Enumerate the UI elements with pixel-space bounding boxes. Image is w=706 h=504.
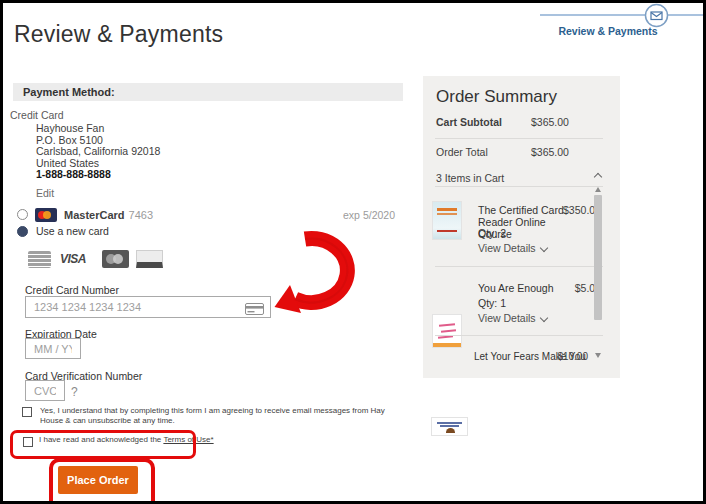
new-card-label: Use a new card bbox=[36, 225, 109, 237]
cart-subtotal-label: Cart Subtotal bbox=[436, 116, 502, 128]
amex-card-icon bbox=[28, 251, 51, 268]
visa-card-icon: VISA bbox=[58, 251, 88, 268]
payment-method-name: Credit Card bbox=[10, 109, 64, 121]
cvv-input[interactable] bbox=[25, 380, 65, 401]
terms-checkbox[interactable] bbox=[23, 437, 33, 447]
scrollbar-up-arrow[interactable] bbox=[595, 187, 601, 192]
expiration-input[interactable] bbox=[25, 338, 81, 359]
chevron-down-icon bbox=[539, 314, 547, 322]
cc-number-label: Credit Card Number bbox=[25, 284, 119, 296]
address-name: Hayhouse Fan bbox=[36, 123, 160, 135]
cc-number-field-wrap bbox=[25, 296, 271, 318]
chevron-up-icon[interactable] bbox=[594, 173, 602, 181]
place-order-button[interactable]: Place Order bbox=[58, 466, 138, 494]
payment-method-header: Payment Method: bbox=[13, 83, 403, 101]
email-optin-text: Yes, I understand that by completing thi… bbox=[40, 406, 392, 427]
saved-card-row: MasterCard 7463 exp 5/2020 bbox=[17, 207, 395, 222]
item-qty: Qty: 1 bbox=[478, 297, 506, 309]
credit-card-icon bbox=[245, 301, 264, 313]
item-thumbnail bbox=[431, 417, 468, 436]
view-details-toggle[interactable]: View Details bbox=[478, 242, 547, 254]
item-thumbnail bbox=[432, 201, 462, 240]
item-qty: Qty: 2 bbox=[478, 227, 506, 239]
items-in-cart-header[interactable]: 3 Items in Cart bbox=[436, 172, 504, 184]
divider bbox=[435, 186, 603, 187]
cc-number-input[interactable] bbox=[25, 296, 271, 318]
item-price: $350.00 bbox=[541, 204, 601, 216]
page-title: Review & Payments bbox=[14, 21, 223, 48]
item-thumbnail bbox=[432, 314, 462, 348]
cvv-help-icon[interactable]: ? bbox=[71, 385, 78, 399]
mastercard-icon bbox=[35, 208, 57, 222]
saved-card-brand: MasterCard bbox=[64, 209, 125, 221]
order-summary-panel: Order Summary Cart Subtotal $365.00 Orde… bbox=[423, 76, 620, 378]
scrollbar-thumb[interactable] bbox=[594, 195, 602, 320]
accepted-cards: VISA DISCOVER bbox=[28, 249, 163, 269]
progress-line bbox=[540, 14, 703, 16]
order-summary-title: Order Summary bbox=[436, 87, 557, 107]
billing-address: Hayhouse Fan P.O. Box 5100 Carlsbad, Cal… bbox=[36, 123, 160, 181]
email-optin-checkbox[interactable] bbox=[22, 407, 32, 417]
divider bbox=[435, 138, 603, 139]
discover-card-icon: DISCOVER bbox=[136, 250, 163, 268]
progress-step-label: Review & Payments bbox=[528, 25, 688, 37]
item-price: $5.00 bbox=[541, 282, 601, 294]
checkout-page: Review & Payments Review & Payments Paym… bbox=[0, 0, 706, 504]
chevron-down-icon bbox=[539, 244, 547, 252]
view-details-toggle[interactable]: View Details bbox=[478, 312, 547, 324]
divider bbox=[435, 335, 603, 336]
saved-card-last4: 7463 bbox=[129, 209, 153, 221]
order-total-value: $365.00 bbox=[531, 146, 569, 158]
mastercard-gray-icon bbox=[102, 250, 129, 268]
address-phone-link[interactable]: 1-888-888-8888 bbox=[36, 169, 160, 181]
saved-card-expiry: exp 5/2020 bbox=[343, 209, 395, 221]
terms-text: I have read and acknowledged the Terms o… bbox=[39, 435, 214, 444]
cart-subtotal-value: $365.00 bbox=[531, 116, 569, 128]
scrollbar-down-arrow[interactable] bbox=[595, 353, 601, 358]
terms-of-use-link[interactable]: Terms of Use* bbox=[163, 435, 213, 444]
order-total-label: Order Total bbox=[436, 146, 488, 158]
annotation-arrow-icon bbox=[265, 229, 365, 324]
edit-address-link[interactable]: Edit bbox=[36, 187, 54, 199]
divider bbox=[435, 266, 603, 267]
item-price: $10.00 bbox=[533, 351, 588, 362]
saved-card-radio[interactable] bbox=[17, 209, 28, 220]
new-card-row: Use a new card bbox=[17, 225, 109, 237]
new-card-radio[interactable] bbox=[17, 226, 28, 237]
